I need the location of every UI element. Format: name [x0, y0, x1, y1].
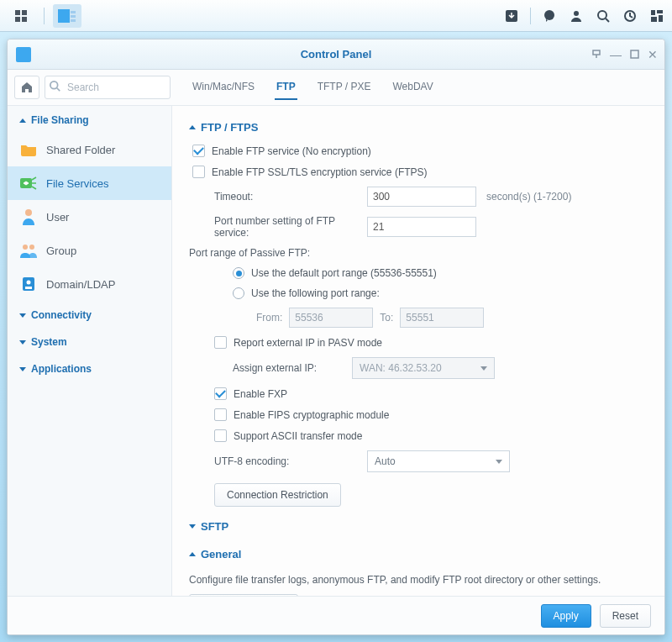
svg-rect-6	[71, 15, 76, 18]
sidebar-group-file-sharing[interactable]: File Sharing	[8, 106, 171, 133]
home-button[interactable]	[14, 76, 39, 99]
svg-point-10	[574, 11, 579, 16]
general-description: Configure file transfer logs, anonymous …	[189, 567, 648, 594]
widgets-icon[interactable]	[648, 8, 665, 24]
content-area[interactable]: FTP / FTPS Enable FTP service (No encryp…	[172, 106, 664, 596]
control-panel-window: Control Panel — ✕ Win/Mac/NFS FTP TFTP /…	[7, 39, 665, 635]
section-title: SFTP	[201, 520, 228, 533]
port-label: Port number setting of FTP service:	[214, 215, 357, 239]
checkbox-enable-fxp[interactable]	[214, 387, 227, 400]
assign-ext-ip-label: Assign external IP:	[233, 362, 342, 374]
dropdown-value: WAN: 46.32.53.20	[360, 362, 442, 374]
svg-point-24	[25, 209, 32, 216]
advanced-settings-button[interactable]: Advanced Settings	[189, 594, 298, 596]
checkbox-label: Enable FTP SSL/TLS encryption service (F…	[212, 166, 428, 178]
file-services-icon	[19, 174, 38, 192]
pin-icon[interactable]	[591, 49, 601, 61]
svg-point-28	[27, 281, 31, 285]
sidebar-item-domain-ldap[interactable]: Domain/LDAP	[8, 267, 171, 301]
checkbox-label: Report external IP in PASV mode	[234, 337, 382, 349]
radio-label: Use the default port range (55536-55551)	[251, 267, 437, 279]
group-icon	[19, 241, 38, 260]
checkbox-label: Enable FXP	[234, 388, 287, 400]
svg-point-11	[598, 11, 606, 19]
connection-restriction-button[interactable]: Connection Restriction	[214, 483, 341, 507]
from-label: From:	[256, 312, 282, 324]
checkbox-enable-ftps[interactable]	[192, 166, 205, 178]
titlebar: Control Panel — ✕	[8, 39, 664, 70]
checkbox-enable-fips[interactable]	[214, 408, 227, 421]
tab-ftp[interactable]: FTP	[275, 75, 297, 100]
svg-rect-17	[659, 15, 663, 22]
timeout-hint: second(s) (1-7200)	[486, 191, 571, 203]
user-icon[interactable]	[568, 8, 585, 24]
svg-rect-4	[58, 9, 70, 23]
svg-rect-2	[15, 17, 20, 22]
close-button[interactable]: ✕	[648, 49, 658, 61]
sidebar: File Sharing Shared Folder File Services…	[8, 106, 172, 596]
tab-tftp-pxe[interactable]: TFTP / PXE	[316, 75, 373, 100]
folder-icon	[19, 140, 38, 159]
checkbox-report-ext-ip[interactable]	[214, 336, 227, 349]
sidebar-group-applications[interactable]: Applications	[8, 355, 171, 382]
search-input[interactable]	[45, 76, 171, 99]
divider	[530, 8, 531, 24]
sidebar-group-system[interactable]: System	[8, 328, 171, 355]
radio-default-port-range[interactable]	[233, 267, 244, 279]
sidebar-item-label: Group	[46, 245, 76, 257]
svg-point-21	[50, 82, 58, 89]
checkbox-enable-ftp[interactable]	[192, 145, 205, 157]
svg-rect-7	[71, 19, 76, 22]
download-icon[interactable]	[503, 8, 520, 24]
maximize-button[interactable]	[630, 49, 639, 61]
chevron-up-icon	[189, 125, 196, 129]
checkbox-support-ascii[interactable]	[214, 429, 227, 442]
group-label: System	[31, 336, 67, 348]
chevron-down-icon	[480, 366, 487, 371]
search-icon[interactable]	[595, 8, 612, 24]
section-header-sftp[interactable]: SFTP	[189, 512, 648, 539]
port-input[interactable]	[367, 217, 476, 237]
refresh-icon[interactable]	[622, 8, 638, 24]
checkbox-label: Enable FTP service (No encryption)	[212, 145, 371, 157]
svg-rect-0	[15, 10, 20, 15]
section-header-ftp-ftps[interactable]: FTP / FTPS	[189, 113, 648, 140]
tab-webdav[interactable]: WebDAV	[391, 75, 434, 100]
sidebar-item-file-services[interactable]: File Services	[8, 166, 171, 200]
chevron-down-icon	[496, 460, 502, 464]
svg-point-26	[29, 245, 34, 250]
to-label: To:	[380, 312, 393, 324]
svg-rect-18	[593, 50, 600, 55]
sidebar-item-label: Domain/LDAP	[46, 278, 115, 291]
svg-line-12	[606, 18, 609, 22]
tab-win-mac-nfs[interactable]: Win/Mac/NFS	[191, 75, 256, 100]
chevron-up-icon	[19, 118, 26, 123]
svg-rect-1	[22, 10, 27, 15]
sidebar-item-shared-folder[interactable]: Shared Folder	[8, 133, 171, 166]
group-label: Applications	[31, 363, 92, 375]
sidebar-group-connectivity[interactable]: Connectivity	[8, 301, 171, 328]
utf8-dropdown[interactable]: Auto	[367, 450, 510, 472]
sidebar-item-label: User	[46, 211, 69, 224]
sidebar-item-user[interactable]: User	[8, 200, 171, 234]
sidebar-item-group[interactable]: Group	[8, 234, 171, 267]
divider	[44, 8, 45, 24]
chat-icon[interactable]	[541, 8, 558, 24]
chevron-down-icon	[19, 340, 26, 345]
from-input	[289, 308, 373, 328]
control-panel-task[interactable]	[53, 4, 81, 28]
section-title: FTP / FTPS	[201, 121, 258, 134]
chevron-up-icon	[189, 552, 196, 556]
passive-ftp-label: Port range of Passive FTP:	[189, 243, 648, 263]
section-header-general[interactable]: General	[189, 539, 648, 567]
utf8-label: UTF-8 encoding:	[214, 455, 357, 467]
reset-button[interactable]: Reset	[600, 604, 651, 628]
svg-rect-20	[631, 50, 638, 58]
minimize-button[interactable]: —	[610, 49, 622, 61]
radio-label: Use the following port range:	[251, 287, 380, 299]
timeout-input[interactable]	[367, 187, 476, 207]
radio-custom-port-range[interactable]	[233, 287, 244, 299]
app-switcher-grid[interactable]	[7, 4, 35, 28]
apply-button[interactable]: Apply	[541, 604, 591, 628]
sidebar-item-label: Shared Folder	[46, 144, 115, 156]
